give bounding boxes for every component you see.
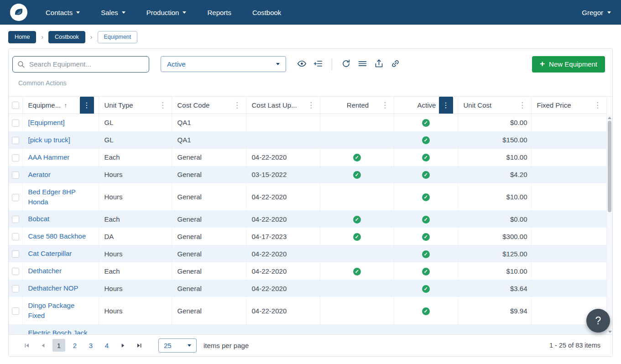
- unit-cost-value: $125.00: [458, 245, 531, 262]
- column-header-fixed-price[interactable]: Fixed Price ⋮: [531, 97, 606, 114]
- active-check-icon: ✓: [422, 233, 430, 241]
- row-checkbox[interactable]: [12, 120, 19, 127]
- column-header-equipment[interactable]: Equipme...↑ ⋮: [22, 97, 99, 114]
- equipment-link[interactable]: Bobcat: [28, 215, 50, 223]
- scroll-up-icon[interactable]: [608, 117, 611, 119]
- nav-sales[interactable]: Sales: [101, 9, 125, 16]
- page-size-select[interactable]: 25: [158, 338, 197, 353]
- equipment-link[interactable]: Dethatcher NOP: [28, 284, 78, 292]
- column-header-active[interactable]: Active ⋮: [394, 97, 458, 114]
- row-checkbox[interactable]: [12, 216, 19, 223]
- cost-code-column-menu-button[interactable]: ⋮: [232, 98, 242, 112]
- equipment-link[interactable]: Aerator: [28, 171, 51, 178]
- nav-contacts[interactable]: Contacts: [46, 9, 80, 16]
- rented-check-icon: ✓: [353, 268, 361, 276]
- column-header-unit-cost[interactable]: Unit Cost ⋮: [458, 97, 531, 114]
- user-menu[interactable]: Gregor: [582, 9, 611, 16]
- vertical-scrollbar[interactable]: [606, 114, 612, 335]
- fixed-price-value: [531, 166, 606, 183]
- cost-last-updated-value: 04-22-2020: [246, 280, 320, 297]
- cost-last-updated-value: 04-22-2020: [246, 149, 320, 166]
- column-header-unit-type[interactable]: Unit Type ⋮: [99, 97, 172, 114]
- row-checkbox[interactable]: [12, 250, 19, 258]
- equipment-column-menu-button[interactable]: ⋮: [80, 97, 94, 114]
- unit-cost-column-menu-button[interactable]: ⋮: [517, 98, 527, 112]
- table-row: [pick up truck] GL QA1 ✓ ✓ $150.00: [9, 131, 606, 149]
- equipment-link[interactable]: [Equipment]: [28, 119, 65, 126]
- rented-column-menu-button[interactable]: ⋮: [380, 98, 390, 112]
- list-view-button[interactable]: [355, 57, 370, 72]
- add-column-button[interactable]: [311, 57, 325, 72]
- row-checkbox[interactable]: [12, 194, 19, 201]
- row-checkbox[interactable]: [12, 137, 19, 144]
- unit-type-column-menu-button[interactable]: ⋮: [158, 98, 168, 112]
- status-filter-select[interactable]: Active: [161, 56, 286, 72]
- unit-type-value: Each: [99, 149, 172, 166]
- breadcrumb-equipment[interactable]: Equipment: [98, 31, 138, 43]
- first-page-button[interactable]: [21, 339, 33, 352]
- row-checkbox[interactable]: [12, 233, 19, 240]
- equipment-link[interactable]: [pick up truck]: [28, 136, 71, 144]
- page-button-2[interactable]: 2: [68, 339, 81, 352]
- search-wrap: [12, 56, 149, 73]
- scrollbar-thumb[interactable]: [608, 121, 611, 212]
- refresh-button[interactable]: [339, 57, 353, 72]
- help-button[interactable]: ?: [586, 309, 610, 333]
- active-column-menu-button[interactable]: ⋮: [439, 97, 453, 114]
- copy-link-button[interactable]: [388, 57, 402, 72]
- scroll-down-icon[interactable]: [608, 331, 612, 333]
- nav-reports[interactable]: Reports: [207, 9, 231, 16]
- cost-last-updated-value: 04-22-2020: [246, 324, 320, 335]
- breadcrumb-costbook[interactable]: Costbook: [48, 31, 85, 43]
- cost-last-updated-value: 04-17-2023: [246, 228, 320, 245]
- equipment-link[interactable]: Case 580 Backhoe: [28, 232, 86, 240]
- column-header-cost-code[interactable]: Cost Code ⋮: [172, 97, 246, 114]
- common-actions-link[interactable]: Common Actions: [18, 79, 67, 87]
- new-equipment-button[interactable]: + New Equipment: [532, 56, 605, 73]
- cost-last-updated-value: [246, 114, 320, 131]
- breadcrumb-home[interactable]: Home: [8, 31, 36, 43]
- equipment-link[interactable]: Dethatcher: [28, 267, 62, 275]
- last-page-button[interactable]: [132, 339, 145, 352]
- nav-costbook[interactable]: Costbook: [252, 9, 281, 16]
- logo-icon: [13, 7, 24, 18]
- export-button[interactable]: [371, 57, 386, 72]
- cost-last-updated-value: 04-22-2020: [246, 262, 320, 280]
- page-button-3[interactable]: 3: [84, 339, 97, 352]
- page-button-4[interactable]: 4: [100, 339, 113, 352]
- link-icon: [391, 59, 400, 70]
- fixed-price-column-menu-button[interactable]: ⋮: [593, 98, 603, 112]
- equipment-link[interactable]: Cat Caterpillar: [28, 250, 72, 257]
- unit-type-value: Hours: [99, 245, 172, 262]
- equipment-link[interactable]: AAA Hammer: [28, 153, 70, 161]
- unit-cost-value: $9.94: [458, 297, 531, 324]
- table-row: Case 580 Backhoe DA General 04-17-2023 ✓…: [9, 228, 606, 245]
- app-logo[interactable]: [10, 4, 27, 21]
- row-checkbox[interactable]: [12, 307, 19, 315]
- page-button-1[interactable]: 1: [52, 339, 65, 352]
- search-input[interactable]: [12, 56, 149, 73]
- row-checkbox[interactable]: [12, 172, 19, 179]
- unit-cost-value: $3.64: [458, 280, 531, 297]
- equipment-link[interactable]: Bed Edger 8HP Honda: [28, 188, 76, 206]
- active-check-icon: ✓: [422, 250, 430, 258]
- row-checkbox[interactable]: [12, 154, 19, 161]
- nav-production[interactable]: Production: [146, 9, 187, 16]
- fixed-price-value: [531, 245, 606, 262]
- visibility-button[interactable]: [294, 57, 309, 72]
- select-all-checkbox[interactable]: [12, 102, 19, 109]
- prev-page-button[interactable]: [37, 339, 49, 352]
- row-checkbox[interactable]: [12, 268, 19, 275]
- cost-code-value: QA1: [172, 114, 246, 131]
- cost-last-updated-value: 04-22-2020: [246, 297, 320, 324]
- cost-last-updated-value: 03-15-2022: [246, 166, 320, 183]
- active-check-icon: ✓: [422, 193, 430, 201]
- fixed-price-value: [531, 280, 606, 297]
- row-checkbox[interactable]: [12, 285, 19, 292]
- column-header-rented[interactable]: Rented ⋮: [320, 97, 394, 114]
- next-page-button[interactable]: [116, 339, 129, 352]
- cost-last-updated-column-menu-button[interactable]: ⋮: [306, 98, 316, 112]
- unit-cost-value: $0.00: [458, 114, 531, 131]
- column-header-cost-last-updated[interactable]: Cost Last Up... ⋮: [246, 97, 320, 114]
- equipment-link[interactable]: Dingo Package Fixed: [28, 302, 75, 319]
